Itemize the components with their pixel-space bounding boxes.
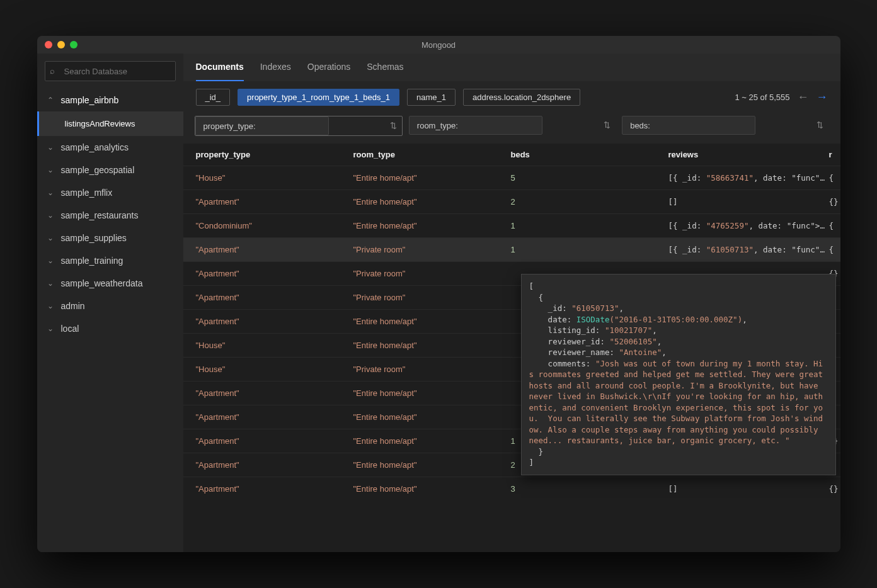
- cell-property-type: "Apartment": [196, 197, 353, 206]
- cell-room-type: "Entire home/apt": [353, 317, 511, 326]
- chevron-up-icon: ⌃: [47, 96, 55, 105]
- sidebar-db-sample_supplies[interactable]: ⌄sample_supplies: [37, 227, 183, 249]
- cell-property-type: "House": [196, 173, 353, 183]
- cell-room-type: "Entire home/apt": [353, 388, 511, 398]
- cell-property-type: "Condominium": [196, 221, 353, 230]
- sidebar-db-sample_training[interactable]: ⌄sample_training: [37, 249, 183, 272]
- cell-reviews: [{ _id: "61050713", date: "func">ISODate…: [668, 245, 829, 254]
- db-label: sample_geospatial: [61, 165, 135, 175]
- cell-property-type: "Apartment": [196, 436, 353, 446]
- json-tooltip: [ { _id: "61050713", date: ISODate("2016…: [521, 274, 836, 475]
- cell-reviews: []: [668, 197, 829, 206]
- sort-icon[interactable]: ⇅: [604, 120, 610, 130]
- table-row[interactable]: "Condominium""Entire home/apt"1[{ _id: "…: [183, 213, 840, 237]
- cell-room-type: "Entire home/apt": [353, 460, 511, 470]
- sidebar-collection-listingsAndReviews[interactable]: listingsAndReviews: [37, 111, 183, 136]
- cell-property-type: "Apartment": [196, 388, 353, 398]
- maximize-icon[interactable]: [70, 41, 77, 48]
- sidebar-db-sample_weatherdata[interactable]: ⌄sample_weatherdata: [37, 272, 183, 295]
- cell-room-type: "Entire home/apt": [353, 436, 511, 446]
- sidebar-db-sample_analytics[interactable]: ⌄sample_analytics: [37, 136, 183, 159]
- tabs: DocumentsIndexesOperationsSchemas: [183, 54, 840, 81]
- cell-extra: {}: [829, 484, 840, 494]
- prev-page-button[interactable]: ←: [798, 91, 809, 104]
- cell-property-type: "House": [196, 341, 353, 350]
- cell-reviews: [{ _id: "58663741", date: "func">ISODate…: [668, 173, 829, 183]
- cell-beds: 1: [511, 221, 668, 230]
- chevron-down-icon: ⌄: [47, 166, 55, 174]
- table-row[interactable]: "Apartment""Entire home/apt"2[]{}: [183, 189, 840, 213]
- titlebar: Mongood: [37, 36, 840, 54]
- app-window: Mongood ⌕ ⌃sample_airbnblistingsAndRevie…: [37, 36, 840, 552]
- minimize-icon[interactable]: [57, 41, 65, 48]
- cell-room-type: "Private room": [353, 293, 511, 302]
- cell-room-type: "Entire home/apt": [353, 197, 511, 206]
- tab-operations[interactable]: Operations: [307, 54, 350, 81]
- db-label: sample_training: [61, 256, 123, 266]
- column-header[interactable]: r: [829, 150, 840, 159]
- table-row[interactable]: "Apartment""Private room"1[{ _id: "61050…: [183, 237, 840, 261]
- sort-icon[interactable]: ⇅: [817, 120, 823, 130]
- tab-documents[interactable]: Documents: [196, 54, 244, 81]
- cell-beds: 3: [511, 484, 668, 494]
- sidebar: ⌕ ⌃sample_airbnblistingsAndReviews⌄sampl…: [37, 54, 183, 552]
- column-header[interactable]: beds: [511, 150, 668, 159]
- sidebar-db-sample_restaurants[interactable]: ⌄sample_restaurants: [37, 204, 183, 227]
- filter-input[interactable]: [622, 116, 755, 135]
- cell-property-type: "Apartment": [196, 484, 353, 494]
- sort-icon[interactable]: ⇅: [390, 121, 397, 130]
- sidebar-db-local[interactable]: ⌄local: [37, 317, 183, 340]
- index-chip[interactable]: _id_: [196, 89, 231, 106]
- tab-schemas[interactable]: Schemas: [367, 54, 403, 81]
- chevron-down-icon: ⌄: [47, 279, 55, 288]
- index-chip[interactable]: name_1: [407, 89, 456, 106]
- index-chip[interactable]: address.location_2dsphere: [463, 89, 580, 106]
- table-row[interactable]: "Apartment""Entire home/apt"3[]{}: [183, 477, 840, 500]
- index-chip[interactable]: property_type_1_room_type_1_beds_1: [238, 89, 399, 106]
- sidebar-db-admin[interactable]: ⌄admin: [37, 295, 183, 317]
- cell-room-type: "Entire home/apt": [353, 173, 511, 183]
- cell-property-type: "Apartment": [196, 460, 353, 470]
- cell-property-type: "Apartment": [196, 412, 353, 422]
- sidebar-db-sample_mflix[interactable]: ⌄sample_mflix: [37, 181, 183, 204]
- chevron-down-icon: ⌄: [47, 211, 55, 220]
- column-header[interactable]: room_type: [353, 150, 511, 159]
- db-label: sample_weatherdata: [61, 278, 143, 288]
- pager: 1 ~ 25 of 5,555 ← →: [735, 91, 827, 104]
- cell-room-type: "Private room": [353, 365, 511, 374]
- filter-input[interactable]: [195, 116, 329, 135]
- window-title: Mongood: [421, 40, 456, 50]
- db-label: sample_supplies: [61, 233, 127, 243]
- db-label: sample_analytics: [61, 142, 129, 152]
- cell-room-type: "Entire home/apt": [353, 412, 511, 422]
- db-label: sample_airbnb: [61, 95, 119, 105]
- table-row[interactable]: "House""Entire home/apt"5[{ _id: "586637…: [183, 166, 840, 189]
- search-input[interactable]: [45, 61, 176, 81]
- cell-property-type: "Apartment": [196, 317, 353, 326]
- sidebar-db-sample_airbnb[interactable]: ⌃sample_airbnb: [37, 89, 183, 111]
- db-label: admin: [61, 301, 85, 311]
- cell-beds: 1: [511, 245, 668, 254]
- filter-row: ⇅⇅⇅: [183, 113, 840, 144]
- close-icon[interactable]: [45, 41, 52, 48]
- column-header[interactable]: property_type: [196, 150, 353, 159]
- column-header[interactable]: reviews: [668, 150, 829, 159]
- cell-property-type: "Apartment": [196, 245, 353, 254]
- next-page-button[interactable]: →: [817, 91, 828, 104]
- tab-indexes[interactable]: Indexes: [260, 54, 291, 81]
- cell-reviews: [{ _id: "4765259", date: "func">ISODate(…: [668, 221, 829, 230]
- chevron-down-icon: ⌄: [47, 324, 55, 333]
- index-row: _id_property_type_1_room_type_1_beds_1na…: [183, 81, 840, 113]
- cell-property-type: "Apartment": [196, 269, 353, 278]
- chevron-down-icon: ⌄: [47, 302, 55, 310]
- cell-room-type: "Entire home/apt": [353, 341, 511, 350]
- cell-beds: 5: [511, 173, 668, 183]
- filter-input[interactable]: [409, 116, 542, 135]
- cell-extra: {}: [829, 197, 840, 206]
- cell-room-type: "Private room": [353, 269, 511, 278]
- cell-extra: {: [829, 173, 840, 183]
- cell-property-type: "House": [196, 365, 353, 374]
- sidebar-db-sample_geospatial[interactable]: ⌄sample_geospatial: [37, 159, 183, 181]
- chevron-down-icon: ⌄: [47, 256, 55, 265]
- cell-reviews: []: [668, 484, 829, 494]
